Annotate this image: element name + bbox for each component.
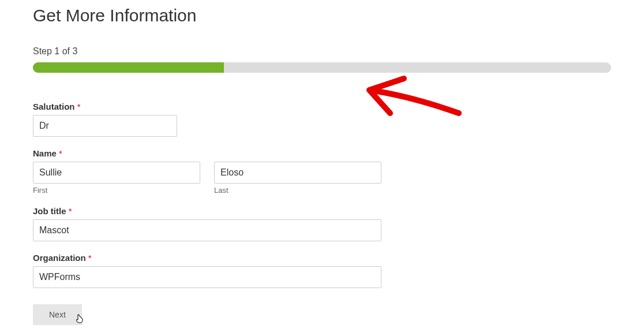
field-name: Name * First Last [33,148,611,195]
required-marker: * [77,102,81,111]
organization-label: Organization * [33,253,611,263]
salutation-label: Salutation * [33,102,611,111]
name-label: Name * [33,148,611,158]
progress-fill [33,62,224,73]
last-name-input[interactable] [214,162,381,184]
first-name-input[interactable] [33,162,200,184]
job-title-label: Job title * [33,206,611,216]
required-marker: * [88,253,92,263]
name-label-text: Name [33,148,57,158]
progress-bar [33,62,611,73]
step-indicator: Step 1 of 3 [33,46,611,57]
field-organization: Organization * [33,253,611,288]
last-name-sublabel: Last [214,186,381,195]
field-salutation: Salutation * [33,102,611,137]
salutation-input[interactable] [33,115,177,137]
organization-input[interactable] [33,266,381,288]
first-name-sublabel: First [33,186,200,195]
field-job-title: Job title * [33,206,611,241]
organization-label-text: Organization [33,253,86,263]
next-button[interactable]: Next [33,304,82,325]
salutation-label-text: Salutation [33,102,75,111]
job-title-input[interactable] [33,219,381,241]
page-title: Get More Information [33,6,611,25]
job-title-label-text: Job title [33,206,66,216]
required-marker: * [69,206,72,216]
required-marker: * [59,148,62,158]
